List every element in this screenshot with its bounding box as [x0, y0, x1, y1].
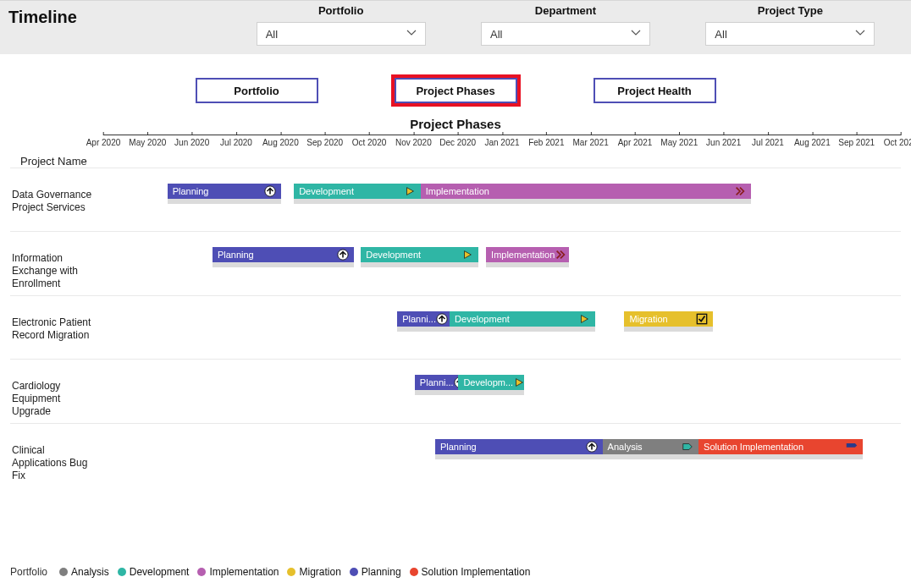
legend-lead: Portfolio — [10, 566, 47, 578]
legend-item: Planning — [350, 566, 401, 578]
chevron-down-icon — [631, 28, 641, 41]
filter-project-type: Project Type All — [678, 4, 903, 46]
legend-swatch-icon — [118, 568, 126, 576]
project-type-picker[interactable]: All — [705, 22, 875, 46]
axis-tick: Sep 2021 — [838, 135, 875, 147]
phase-bar-label: Planning — [173, 186, 209, 196]
phase-bar-label: Implementation — [426, 186, 489, 196]
legend-label: Solution Implementation — [422, 566, 531, 578]
legend-swatch-icon — [197, 568, 206, 576]
picker-value: All — [490, 28, 502, 41]
project-name: Data Governance Project Services — [10, 168, 103, 231]
row-canvas: PlanningDevelopmentImplementation — [103, 232, 901, 294]
axis-tick: May 2020 — [129, 135, 166, 147]
phase-bar-planning[interactable]: Planning — [213, 247, 354, 262]
tab-portfolio[interactable]: Portfolio — [196, 78, 318, 103]
chevron-down-icon — [406, 28, 417, 41]
axis-tick: Aug 2020 — [262, 135, 299, 147]
filter-portfolio: Portfolio All — [229, 4, 453, 46]
portfolio-picker[interactable]: All — [257, 22, 426, 46]
phase-bar-label: Planning — [440, 442, 477, 452]
axis-tick: Dec 2020 — [439, 135, 476, 147]
legend-label: Implementation — [209, 566, 279, 578]
row-canvas: Planni...Developm... — [103, 360, 901, 422]
legend-label: Migration — [299, 566, 340, 578]
legend-swatch-icon — [410, 568, 418, 576]
phase-bar-label: Migration — [629, 314, 667, 324]
time-axis: Apr 2020May 2020Jun 2020Jul 2020Aug 2020… — [103, 135, 901, 153]
axis-tick: Mar 2021 — [573, 135, 609, 147]
gantt-row: Electronic Patient Record MigrationPlann… — [10, 295, 901, 359]
axis-tick: Jun 2020 — [174, 135, 209, 147]
check-icon — [696, 313, 708, 325]
phase-bar-implementation[interactable]: Implementation — [486, 247, 569, 262]
axis-tick: Jan 2021 — [484, 135, 519, 147]
project-name: Clinical Applications Bug Fix — [10, 424, 103, 487]
phase-bar-planning[interactable]: Planning — [435, 439, 603, 454]
phase-bar-development[interactable]: Development — [450, 311, 595, 327]
phase-bar-development[interactable]: Development — [361, 247, 478, 262]
legend-label: Analysis — [71, 566, 109, 578]
project-name: Electronic Patient Record Migration — [10, 296, 103, 359]
axis-tick: Sep 2020 — [306, 135, 343, 147]
phase-bar-development[interactable]: Developm... — [458, 375, 523, 390]
phase-bar-planning[interactable]: Planning — [168, 184, 281, 199]
tag-icon — [682, 441, 693, 453]
phase-bar-implementation[interactable]: Implementation — [421, 184, 751, 199]
legend-label: Planning — [362, 566, 401, 578]
gantt-row: Information Exchange with EnrollmentPlan… — [10, 231, 901, 295]
axis-tick: May 2021 — [660, 135, 698, 147]
up-arrow-icon — [337, 249, 349, 261]
phase-bar-development[interactable]: Development — [294, 184, 421, 199]
gantt-chart: Apr 2020May 2020Jun 2020Jul 2020Aug 2020… — [0, 135, 911, 487]
legend-item: Implementation — [197, 566, 279, 578]
chevron-down-icon — [855, 28, 865, 41]
legend: Portfolio AnalysisDevelopmentImplementat… — [10, 566, 530, 578]
axis-tick: Jun 2021 — [706, 135, 741, 147]
legend-swatch-icon — [350, 568, 358, 576]
phase-bar-label: Planni... — [420, 377, 454, 387]
project-name: Cardiology Equipment Upgrade — [10, 360, 103, 423]
department-picker[interactable]: All — [481, 22, 650, 46]
axis-tick: Aug 2021 — [794, 135, 831, 147]
tab-label: Project Health — [617, 85, 691, 97]
phase-bar-label: Solution Implementation — [704, 442, 803, 452]
picker-value: All — [266, 28, 278, 41]
axis-tick: Jul 2020 — [220, 135, 252, 147]
legend-item: Analysis — [59, 566, 109, 578]
row-canvas: PlanningDevelopmentImplementation — [103, 168, 901, 231]
phase-bar-migration[interactable]: Migration — [624, 311, 713, 327]
filter-label: Project Type — [678, 4, 903, 17]
legend-label: Development — [130, 566, 190, 578]
legend-swatch-icon — [287, 568, 295, 576]
filter-header: Timeline Portfolio All Department All Pr… — [0, 0, 911, 54]
row-header: Project Name — [20, 155, 901, 168]
phase-bar-label: Planning — [218, 250, 254, 260]
phase-bar-label: Implementation — [491, 250, 555, 260]
phase-bar-label: Development — [366, 250, 421, 260]
legend-item: Solution Implementation — [410, 566, 531, 578]
row-canvas: PlanningAnalysisSolution Implementation — [103, 424, 901, 486]
phase-bar-analysis[interactable]: Analysis — [603, 439, 698, 454]
phase-bar-planning[interactable]: Planni... — [397, 311, 450, 327]
tab-label: Project Phases — [416, 85, 494, 97]
play-icon — [513, 376, 524, 388]
axis-tick: Nov 2020 — [395, 135, 432, 147]
tab-project-phases[interactable]: Project Phases — [395, 78, 517, 103]
chevrons-icon — [734, 185, 746, 197]
phase-bar-label: Developm... — [463, 377, 513, 387]
up-arrow-icon — [436, 313, 448, 325]
tab-project-health[interactable]: Project Health — [594, 78, 716, 103]
gantt-rows: Data Governance Project ServicesPlanning… — [10, 168, 901, 487]
project-name: Information Exchange with Enrollment — [10, 232, 103, 295]
phase-bar-label: Planni... — [402, 314, 436, 324]
chart-title: Project Phases — [0, 117, 911, 131]
up-arrow-icon — [586, 441, 598, 453]
play-icon — [578, 313, 590, 325]
tab-label: Portfolio — [234, 85, 279, 97]
gantt-row: Cardiology Equipment UpgradePlanni...Dev… — [10, 359, 901, 423]
phase-bar-solution-implementation[interactable]: Solution Implementation — [698, 439, 863, 454]
axis-tick: Apr 2020 — [86, 135, 121, 147]
axis-tick: Feb 2021 — [528, 135, 564, 147]
phase-bar-planning[interactable]: Planni... — [415, 375, 459, 390]
